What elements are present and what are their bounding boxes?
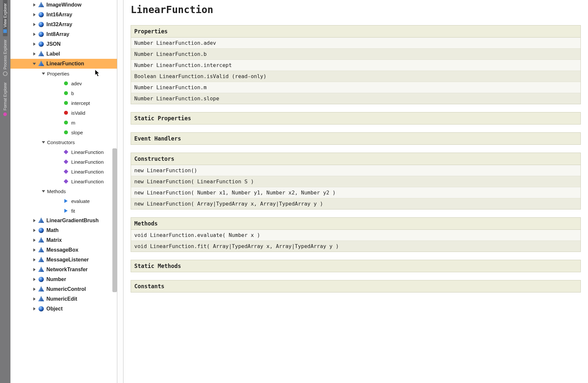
tree-item-label: Int16Array: [46, 12, 72, 18]
chevron-right-icon[interactable]: [32, 307, 37, 311]
doc-row[interactable]: Boolean LinearFunction.isValid (read-onl…: [131, 71, 580, 82]
diamond-icon: [63, 149, 69, 155]
chevron-right-icon[interactable]: [32, 258, 37, 262]
tree-item-label: MessageBox: [46, 247, 78, 253]
tree-item-label: slope: [71, 130, 83, 135]
tree-item-label: JSON: [46, 41, 61, 47]
chevron-right-icon[interactable]: [32, 12, 37, 17]
tree-property-item[interactable]: m: [10, 118, 117, 127]
doc-row[interactable]: void LinearFunction.evaluate( Number x ): [131, 230, 580, 241]
object-tree-scroll[interactable]: ImageWindowInt16ArrayInt32ArrayInt8Array…: [10, 0, 117, 383]
splitter[interactable]: [117, 0, 123, 383]
tree-class-item[interactable]: Int8Array: [10, 29, 117, 39]
doc-row[interactable]: void LinearFunction.fit( Array|TypedArra…: [131, 241, 580, 252]
tree-constructor-item[interactable]: LinearFunction: [10, 147, 117, 157]
tree-method-item[interactable]: fit: [10, 206, 117, 216]
tree-class-item[interactable]: Int32Array: [10, 20, 117, 29]
doc-row[interactable]: Number LinearFunction.slope: [131, 93, 580, 104]
tree-constructor-item[interactable]: LinearFunction: [10, 176, 117, 186]
chevron-right-icon[interactable]: [32, 218, 37, 223]
doc-row[interactable]: Number LinearFunction.m: [131, 82, 580, 93]
chevron-down-icon[interactable]: [41, 140, 46, 144]
view-explorer-icon: [4, 29, 7, 33]
tree-item-label: LinearFunction: [71, 179, 104, 184]
tree-group-constructors[interactable]: Constructors: [10, 137, 117, 147]
tree-class-item[interactable]: NetworkTransfer: [10, 265, 117, 275]
dot-red-icon: [63, 109, 69, 116]
svg-point-0: [39, 12, 44, 17]
tree-class-item[interactable]: Int16Array: [10, 10, 117, 20]
doc-row[interactable]: Number LinearFunction.intercept: [131, 60, 580, 71]
doc-row[interactable]: new LinearFunction(): [131, 165, 580, 176]
chevron-right-icon[interactable]: [32, 3, 37, 7]
tree-group-methods[interactable]: Methods: [10, 186, 117, 196]
tree-item-label: Methods: [47, 189, 66, 194]
tree-property-item[interactable]: isValid: [10, 108, 117, 118]
tree-class-item[interactable]: NumericControl: [10, 284, 117, 294]
documentation-panel: LinearFunction Properties Number LinearF…: [123, 0, 588, 383]
tree-item-label: LinearGradientBrush: [46, 218, 99, 224]
tree-class-item[interactable]: JSON: [10, 39, 117, 49]
tree-item-label: evaluate: [71, 198, 90, 204]
chevron-right-icon[interactable]: [32, 228, 37, 233]
doc-row[interactable]: new LinearFunction( LinearFunction S ): [131, 176, 580, 187]
chevron-right-icon[interactable]: [32, 22, 37, 27]
tree-class-item[interactable]: Number: [10, 275, 117, 284]
diamond-icon: [63, 168, 69, 175]
chevron-down-icon[interactable]: [32, 61, 37, 66]
pyramid-icon: [38, 217, 44, 224]
doc-row[interactable]: new LinearFunction( Array|TypedArray x, …: [131, 198, 580, 209]
pyramid-icon: [38, 247, 44, 253]
chevron-right-icon[interactable]: [32, 238, 37, 242]
doc-row[interactable]: Number LinearFunction.b: [131, 49, 580, 60]
chevron-right-icon[interactable]: [32, 52, 37, 56]
tree-scrollbar-thumb[interactable]: [112, 148, 117, 292]
chevron-right-icon[interactable]: [32, 297, 37, 301]
tree-property-item[interactable]: b: [10, 88, 117, 98]
tree-item-label: Properties: [47, 71, 69, 76]
chevron-down-icon[interactable]: [41, 71, 46, 76]
side-tab-bar: View Explorer Process Explorer Format Ex…: [0, 0, 10, 383]
tree-item-label: Math: [46, 227, 58, 233]
tree-class-item[interactable]: Math: [10, 225, 117, 235]
section-header: Properties: [131, 25, 580, 38]
chevron-right-icon[interactable]: [32, 32, 37, 37]
tree-class-item[interactable]: LinearFunction: [10, 59, 117, 69]
tree-property-item[interactable]: slope: [10, 127, 117, 137]
sphere-icon: [38, 31, 44, 38]
tree-constructor-item[interactable]: LinearFunction: [10, 167, 117, 176]
chevron-right-icon[interactable]: [32, 277, 37, 282]
doc-row[interactable]: Number LinearFunction.adev: [131, 38, 580, 49]
tree-group-properties[interactable]: Properties: [10, 69, 117, 78]
tree-item-label: LinearFunction: [71, 169, 104, 175]
chevron-right-icon[interactable]: [32, 42, 37, 46]
chevron-right-icon[interactable]: [32, 287, 37, 291]
tree-constructor-item[interactable]: LinearFunction: [10, 157, 117, 167]
format-explorer-tab[interactable]: Format Explorer: [3, 79, 8, 119]
doc-row[interactable]: new LinearFunction( Number x1, Number y1…: [131, 187, 580, 198]
tree-property-item[interactable]: adev: [10, 78, 117, 88]
view-explorer-tab[interactable]: View Explorer: [3, 0, 8, 36]
tree-method-item[interactable]: evaluate: [10, 196, 117, 206]
tree-property-item[interactable]: intercept: [10, 98, 117, 108]
process-explorer-tab[interactable]: Process Explorer: [3, 36, 8, 79]
tree-class-item[interactable]: Label: [10, 49, 117, 59]
tree-class-item[interactable]: NumericEdit: [10, 294, 117, 304]
svg-point-5: [39, 277, 44, 282]
tree-class-item[interactable]: MessageBox: [10, 245, 117, 255]
tree-class-item[interactable]: MessageListener: [10, 255, 117, 265]
tree-class-item[interactable]: ImageWindow: [10, 0, 117, 10]
tree-class-item[interactable]: Object: [10, 304, 117, 314]
chevron-right-icon[interactable]: [32, 248, 37, 252]
tree-item-label: adev: [71, 81, 82, 86]
tree-item-label: Constructors: [47, 140, 75, 145]
tree-item-label: m: [71, 120, 75, 125]
tree-class-item[interactable]: LinearGradientBrush: [10, 216, 117, 225]
section-header: Constants: [131, 280, 580, 292]
chevron-right-icon[interactable]: [32, 267, 37, 272]
tree-class-item[interactable]: Matrix: [10, 235, 117, 245]
chevron-down-icon[interactable]: [41, 189, 46, 193]
diamond-icon: [63, 158, 69, 165]
sphere-icon: [38, 21, 44, 28]
svg-point-6: [39, 306, 44, 311]
